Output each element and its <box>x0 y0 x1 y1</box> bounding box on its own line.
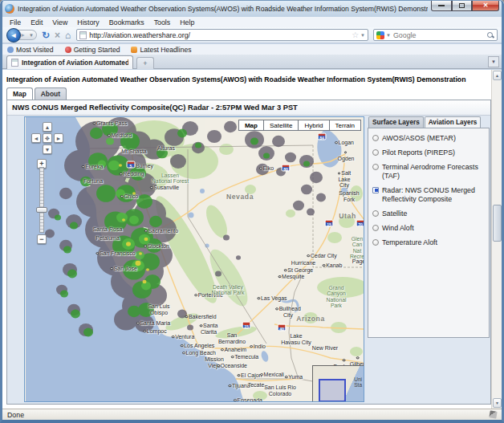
pan-right-button[interactable]: ► <box>54 133 63 143</box>
tab-title: Integration of Aviation Automated ... <box>22 59 128 67</box>
pan-down-button[interactable]: ▼ <box>43 144 52 154</box>
search-bar[interactable]: ▼ <box>373 29 498 41</box>
layer-option-label: AWOS/ASOS (METAR) <box>382 134 456 143</box>
menu-file[interactable]: File <box>6 18 25 26</box>
maximize-button[interactable] <box>452 1 472 11</box>
url-bar[interactable]: ☆ ▼ <box>76 29 368 41</box>
browser-tab[interactable]: Integration of Aviation Automated ... <box>6 55 133 69</box>
page-tabs: MapAbout <box>6 87 67 100</box>
back-button[interactable]: ◄ <box>6 28 21 43</box>
overview-viewport-rect[interactable] <box>319 379 346 402</box>
firefox-icon <box>5 4 14 14</box>
tab-favicon <box>11 59 18 67</box>
url-input[interactable] <box>87 31 352 40</box>
radio-selected[interactable] <box>372 187 379 193</box>
minimize-icon <box>438 5 445 6</box>
radar-title: NWS CONUS Merged Reflectivity Composite(… <box>12 104 298 112</box>
page-title: Integration of Aviation Automated Weathe… <box>6 75 488 83</box>
tab-map[interactable]: Map <box>6 87 33 100</box>
menu-bookmarks[interactable]: Bookmarks <box>105 18 148 26</box>
layers-options-box: AWOS/ASOS (METAR)Pilot Reports (PIREPS)T… <box>368 128 490 338</box>
new-tab-button[interactable]: + <box>136 57 154 69</box>
layer-option[interactable]: Temperature Aloft <box>372 238 486 247</box>
maximize-icon <box>459 3 465 8</box>
home-button[interactable]: ⌂ <box>65 31 71 40</box>
overview-inset-map[interactable]: Uni Sta <box>312 365 364 401</box>
interstate-40-shield: 40 <box>278 324 287 331</box>
menu-view[interactable]: View <box>48 18 71 26</box>
menu-bar: FileEditViewHistoryBookmarksToolsHelp <box>2 17 502 27</box>
interstate-80-shield: 80 <box>282 165 291 172</box>
url-dropdown-icon[interactable]: ▼ <box>360 33 365 38</box>
layer-option-label: Wind Aloft <box>382 224 414 233</box>
map-canvas[interactable]: Grants PassMedfordMt ShastaAlturasEureka… <box>24 116 364 402</box>
search-icon[interactable] <box>486 31 494 39</box>
window-title: Integration of Aviation Automated Weathe… <box>18 5 428 13</box>
bookmark-most-visited[interactable]: Most Visited <box>7 46 54 54</box>
radio-unselected[interactable] <box>372 135 379 141</box>
scroll-up-button[interactable]: ▲ <box>493 71 502 80</box>
pan-center-button[interactable]: ✥ <box>43 133 52 143</box>
layers-panel: Surface LayersAviation Layers AWOS/ASOS … <box>368 116 490 402</box>
zoom-slider-track[interactable] <box>39 167 44 233</box>
bookmark-label: Latest Headlines <box>140 46 191 54</box>
bookmark-getting-started[interactable]: Getting Started <box>65 46 120 54</box>
map-type-terrain[interactable]: Terrain <box>330 120 361 131</box>
stop-button[interactable]: × <box>55 31 60 40</box>
list-all-tabs-button[interactable]: ▼ <box>488 56 499 67</box>
radio-unselected[interactable] <box>372 225 379 231</box>
google-icon <box>376 31 384 39</box>
radio-unselected[interactable] <box>372 149 379 156</box>
close-button[interactable]: ✕ <box>472 1 499 11</box>
layer-option[interactable]: Radar: NWS CONUS Merged Reflectivity Com… <box>372 186 486 204</box>
layer-option-label: Pilot Reports (PIREPS) <box>382 148 455 157</box>
panel-body: Grants PassMedfordMt ShastaAlturasEureka… <box>7 116 490 404</box>
zoom-out-button[interactable]: − <box>37 234 47 244</box>
zoom-slider-handle[interactable] <box>36 207 47 213</box>
interstate-15-shield: 15 <box>242 322 251 329</box>
layer-option-label: Temperature Aloft <box>382 238 437 247</box>
layer-option[interactable]: Satellite <box>372 209 486 218</box>
menu-history[interactable]: History <box>73 18 103 26</box>
bookmark-icon <box>65 47 71 53</box>
layer-option-label: Radar: NWS CONUS Merged Reflectivity Com… <box>382 186 486 204</box>
interstate-15-shield: 15 <box>325 220 334 227</box>
map-type-satellite[interactable]: Satellite <box>264 120 299 131</box>
radar-header: NWS CONUS Merged Reflectivity Composite(… <box>7 100 490 116</box>
bookmark-icon <box>7 47 14 53</box>
layer-option-label: Terminal Aerodrome Forecasts (TAF) <box>382 163 486 181</box>
layer-option[interactable]: Wind Aloft <box>372 224 486 233</box>
tab-aviation-layers[interactable]: Aviation Layers <box>425 116 482 128</box>
search-input[interactable] <box>391 31 486 40</box>
menu-tools[interactable]: Tools <box>150 18 175 26</box>
bookmark-latest-headlines[interactable]: Latest Headlines <box>131 46 191 54</box>
radio-unselected[interactable] <box>372 239 379 246</box>
radio-unselected[interactable] <box>372 210 379 217</box>
layer-option[interactable]: Pilot Reports (PIREPS) <box>372 148 486 157</box>
tab-about[interactable]: About <box>35 87 67 100</box>
addon-icon[interactable] <box>489 410 497 418</box>
map-type-hybrid[interactable]: Hybrid <box>299 120 329 131</box>
history-dropdown-icon[interactable]: ▼ <box>29 33 34 38</box>
scrollbar-thumb[interactable] <box>493 205 502 242</box>
minimize-button[interactable] <box>431 1 452 11</box>
tab-strip: Integration of Aviation Automated ... + … <box>2 55 502 69</box>
site-favicon <box>79 31 87 39</box>
bookmark-star-icon[interactable]: ☆ <box>352 31 359 39</box>
pan-up-button[interactable]: ▲ <box>43 122 52 132</box>
vertical-scrollbar[interactable]: ▲ ▼ <box>491 70 502 409</box>
layer-option[interactable]: AWOS/ASOS (METAR) <box>372 134 486 143</box>
menu-help[interactable]: Help <box>176 18 198 26</box>
pan-left-button[interactable]: ◄ <box>31 133 41 143</box>
tab-surface-layers[interactable]: Surface Layers <box>368 116 424 128</box>
menu-edit[interactable]: Edit <box>26 18 47 26</box>
navigation-toolbar: ◄ ► ▼ ↻ × ⌂ ☆ ▼ ▼ <box>2 27 502 43</box>
scroll-down-button[interactable]: ▼ <box>493 398 502 408</box>
browser-window: Integration of Aviation Automated Weathe… <box>0 0 504 423</box>
layer-option[interactable]: Terminal Aerodrome Forecasts (TAF) <box>372 163 486 181</box>
bookmarks-toolbar: Most VisitedGetting StartedLatest Headli… <box>2 44 502 55</box>
radio-unselected[interactable] <box>372 164 379 170</box>
reload-button[interactable]: ↻ <box>42 31 50 40</box>
map-type-map[interactable]: Map <box>238 120 264 131</box>
title-bar[interactable]: Integration of Aviation Automated Weathe… <box>0 0 504 17</box>
